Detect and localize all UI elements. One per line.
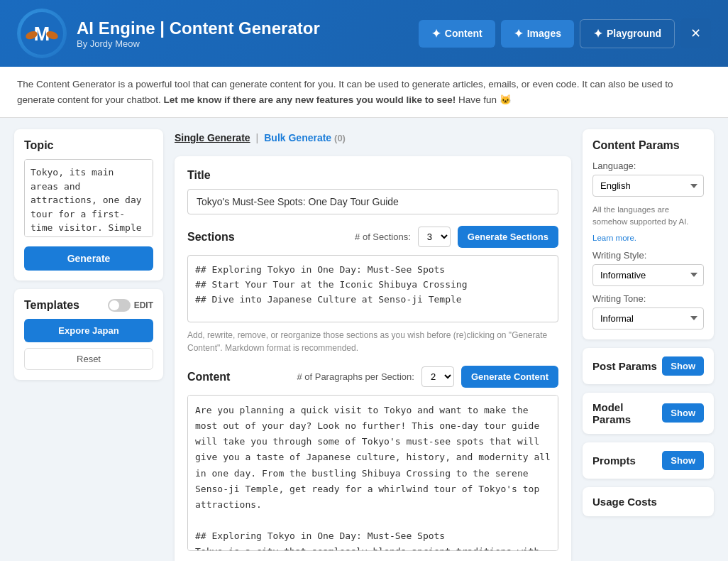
generate-content-button[interactable]: Generate Content: [461, 366, 558, 388]
sections-controls: # of Sections: 3 1 2 4 5 Generate Sectio…: [355, 226, 558, 248]
generate-sections-button[interactable]: Generate Sections: [458, 226, 558, 248]
language-label: Language:: [592, 160, 704, 171]
generate-button[interactable]: Generate: [24, 246, 153, 271]
content-controls: # of Paragraphs per Section: 2 1 3 4 Gen…: [297, 366, 558, 388]
logo-text: AI Engine | Content Generator By Jordy M…: [77, 18, 320, 49]
right-sidebar: Content Params Language: English French …: [583, 129, 714, 561]
app-title: AI Engine | Content Generator: [77, 18, 320, 38]
sections-header: Sections # of Sections: 3 1 2 4 5 Genera…: [187, 226, 558, 248]
title-label: Title: [187, 169, 558, 182]
desc-text2: Have fun 🐱: [458, 94, 512, 105]
topic-textarea[interactable]: Tokyo, its main areas and attractions, o…: [24, 159, 153, 237]
topic-textarea-wrap: Tokyo, its main areas and attractions, o…: [24, 159, 153, 239]
post-params-show-button[interactable]: Show: [662, 356, 704, 376]
tab-bulk-count: (0): [334, 133, 346, 143]
content-textarea[interactable]: Are you planning a quick visit to Tokyo …: [187, 395, 558, 551]
nav-images-button[interactable]: ✦ Images: [501, 20, 574, 48]
desc-bold: Let me know if there are any new feature…: [163, 94, 456, 105]
content-params-card: Content Params Language: English French …: [583, 129, 714, 339]
nav-content-button[interactable]: ✦ Content: [419, 20, 495, 48]
tab-bar: Single Generate | Bulk Generate (0): [175, 129, 571, 146]
content-params-title: Content Params: [592, 139, 704, 152]
main-layout: Topic Tokyo, its main areas and attracti…: [0, 118, 728, 561]
content-card: Title Sections # of Sections: 3 1 2 4 5 …: [175, 156, 571, 561]
content-label: Content: [187, 371, 230, 383]
num-paragraphs-select[interactable]: 2 1 3 4: [421, 366, 454, 387]
tab-single-generate[interactable]: Single Generate: [175, 129, 250, 146]
writing-style-select[interactable]: Informative Descriptive Narrative Persua…: [592, 264, 704, 286]
tab-separator: |: [256, 132, 259, 143]
tab-bulk-generate[interactable]: Bulk Generate (0): [264, 129, 346, 146]
templates-toggle[interactable]: [108, 299, 131, 312]
content-nav-icon: ✦: [431, 27, 441, 40]
model-params-title: Model Params: [592, 401, 662, 425]
description-bar: The Content Generator is a powerful tool…: [0, 67, 728, 118]
model-params-show-button[interactable]: Show: [662, 403, 704, 423]
content-header: Content # of Paragraphs per Section: 2 1…: [187, 366, 558, 388]
writing-tone-label: Writing Tone:: [592, 293, 704, 304]
toggle-wrap: EDIT: [108, 299, 153, 312]
title-input[interactable]: [187, 189, 558, 214]
tab-bulk-label: Bulk Generate: [264, 132, 331, 143]
writing-tone-select[interactable]: Informal Formal Friendly Professional: [592, 307, 704, 329]
topic-title: Topic: [24, 139, 153, 152]
reset-button[interactable]: Reset: [24, 348, 153, 370]
templates-title: Templates: [24, 299, 79, 312]
sections-textarea[interactable]: ## Exploring Tokyo in One Day: Must-See …: [187, 255, 558, 322]
nav-playground-button[interactable]: ✦ Playground: [580, 19, 675, 48]
model-params-card: Model Params Show: [583, 393, 714, 434]
nav-playground-label: Playground: [607, 28, 661, 39]
usage-costs-card: Usage Costs: [583, 487, 714, 516]
prompts-show-button[interactable]: Show: [662, 451, 704, 470]
logo-svg: M: [21, 12, 63, 55]
templates-header: Templates EDIT: [24, 299, 153, 312]
num-sections-label: # of Sections:: [355, 232, 411, 242]
content-textarea-wrap: Are you planning a quick visit to Tokyo …: [187, 395, 558, 553]
nav-content-label: Content: [445, 28, 482, 39]
edit-label: EDIT: [134, 300, 153, 310]
playground-nav-icon: ✦: [593, 27, 602, 40]
sections-label: Sections: [187, 231, 235, 244]
writing-style-label: Writing Style:: [592, 250, 704, 261]
prompts-card: Prompts Show: [583, 442, 714, 479]
post-params-title: Post Params: [592, 360, 657, 372]
num-paragraphs-label: # of Paragraphs per Section:: [297, 371, 414, 382]
template-expore-japan-button[interactable]: Expore Japan: [24, 319, 153, 342]
usage-costs-title: Usage Costs: [592, 496, 657, 508]
app-subtitle: By Jordy Meow: [77, 38, 320, 49]
learn-more-link[interactable]: Learn more.: [592, 234, 636, 242]
language-select[interactable]: English French Spanish German Japanese: [592, 175, 704, 197]
topic-section: Topic Tokyo, its main areas and attracti…: [14, 129, 163, 280]
center-content: Single Generate | Bulk Generate (0) Titl…: [175, 129, 571, 561]
templates-section: Templates EDIT Expore Japan Reset: [14, 289, 163, 380]
settings-button[interactable]: ✕: [680, 18, 711, 48]
prompts-title: Prompts: [592, 454, 636, 467]
post-params-card: Post Params Show: [583, 348, 714, 384]
sections-hint: Add, rewrite, remove, or reorganize thos…: [187, 329, 558, 354]
app-header: M AI Engine | Content Generator By Jordy…: [0, 0, 728, 67]
num-sections-select[interactable]: 3 1 2 4 5: [418, 227, 451, 247]
toggle-knob: [109, 300, 119, 310]
left-sidebar: Topic Tokyo, its main areas and attracti…: [14, 129, 163, 561]
app-logo: M: [17, 9, 67, 58]
nav-buttons: ✦ Content ✦ Images ✦ Playground ✕: [419, 18, 711, 48]
nav-images-label: Images: [527, 28, 561, 39]
images-nav-icon: ✦: [514, 27, 523, 40]
language-note: All the languages are somehow supported …: [592, 204, 704, 229]
logo-area: M AI Engine | Content Generator By Jordy…: [17, 9, 320, 58]
